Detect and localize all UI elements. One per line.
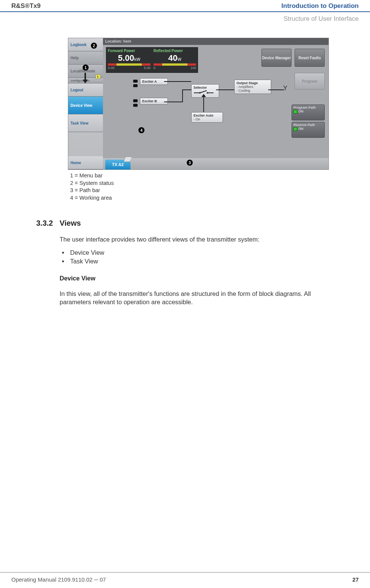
legend-1: 1 = Menu bar — [70, 172, 332, 180]
fwd-bar — [108, 63, 150, 66]
menu-device-view[interactable]: Device View — [68, 97, 103, 114]
section-title: Views — [60, 219, 81, 227]
reserve-path-title: Reserve Path — [293, 123, 323, 127]
working-area: Location: here Forward Power 5.00kW 0.00… — [103, 38, 329, 158]
fwd-max: 5.00 — [144, 66, 150, 70]
wire — [216, 89, 234, 90]
ref-bar — [154, 63, 196, 66]
exciter-a-node[interactable]: Exciter A — [140, 78, 168, 85]
status-led-icon — [293, 127, 297, 131]
page-footer: Operating Manual 2109.9110.02 ─ 07 27 — [0, 572, 370, 583]
auto-title: Exciter Auto — [193, 114, 213, 117]
menu-task-view[interactable]: Task View — [68, 114, 103, 132]
wire — [164, 81, 191, 82]
ref-max: 100 — [190, 66, 196, 70]
local-badge-icon: L — [95, 74, 101, 79]
wire — [182, 89, 183, 102]
bullet-task-view: Task View — [70, 258, 342, 265]
power-meters: Forward Power 5.00kW 0.005.00 Reflected … — [106, 47, 198, 73]
ref-unit: W — [178, 57, 181, 62]
reserve-path-state: ON — [298, 127, 304, 131]
device-manager-button[interactable]: Device Manager — [261, 49, 292, 67]
selector-label: Selector — [193, 86, 207, 89]
menu-help[interactable]: Help — [68, 51, 103, 65]
reflected-power-meter[interactable]: Reflected Power 40W 0100 — [153, 48, 197, 72]
reset-faults-button[interactable]: Reset Faults — [295, 49, 325, 67]
exciter-b-node[interactable]: Exciter B — [140, 98, 168, 105]
header-subsection: Structure of User Interface — [0, 12, 370, 23]
program-path-state: ON — [298, 109, 304, 113]
section-number: 3.3.2 — [36, 219, 60, 228]
menu-logout[interactable]: Logout — [68, 83, 103, 97]
program-path-panel[interactable]: Program Path ON — [292, 105, 325, 120]
ref-value: 40 — [168, 53, 177, 63]
legend-4: 4 = Working area — [70, 194, 332, 202]
footer-page-number: 27 — [352, 576, 359, 583]
exciter-auto-node[interactable]: Exciter Auto - On — [191, 112, 223, 123]
arrow-down-icon — [83, 73, 87, 83]
wire — [182, 89, 191, 90]
status-led-icon — [293, 110, 297, 114]
ref-min: 0 — [154, 66, 155, 70]
bullet-device-view: Device View — [70, 249, 342, 256]
callout-1: 1 — [83, 65, 89, 71]
fwd-min: 0.00 — [108, 66, 115, 70]
location-bar: Location: here — [103, 38, 329, 45]
section-heading: 3.3.2Views — [36, 219, 342, 228]
callout-4: 4 — [138, 127, 144, 133]
callout-3: 3 — [187, 160, 193, 166]
device-view-paragraph: In this view, all of the transmitter's f… — [60, 289, 342, 306]
figure-legend: 1 = Menu bar 2 = System status 3 = Path … — [70, 172, 332, 202]
out-line1: - Amplifiers — [236, 85, 269, 89]
ref-title: Reflected Power — [153, 48, 197, 53]
menu-logbook[interactable]: Logbook — [68, 38, 103, 51]
auto-line1: - On — [193, 117, 221, 121]
screenshot-ui: Logbook Help Local/Remote configuration … — [68, 38, 329, 170]
led-icon — [133, 84, 138, 87]
svg-line-1 — [200, 91, 207, 93]
wire — [203, 96, 204, 112]
intro-paragraph: The user interface provides two differen… — [60, 235, 342, 243]
arrow-up-icon — [201, 94, 206, 97]
fwd-value: 5.00 — [118, 53, 134, 63]
out-line2: - Cooling — [236, 89, 269, 92]
antenna-icon: Y — [283, 85, 287, 92]
legend-3: 3 = Path bar — [70, 187, 332, 194]
output-stage-node[interactable]: Output Stage - Amplifiers - Cooling — [234, 80, 271, 94]
menu-home[interactable]: Home — [68, 156, 103, 169]
wire — [164, 102, 183, 102]
forward-power-meter[interactable]: Forward Power 5.00kW 0.005.00 — [107, 48, 151, 72]
fwd-title: Forward Power — [107, 48, 151, 53]
led-icon — [133, 99, 138, 102]
block-diagram: Exciter A Exciter B Selector Output Stag… — [107, 74, 291, 155]
reserve-path-panel[interactable]: Reserve Path ON — [292, 122, 325, 138]
svg-point-4 — [207, 92, 208, 94]
svg-point-3 — [199, 92, 201, 94]
footer-manual-id: Operating Manual 2109.9110.02 ─ 07 — [11, 576, 106, 583]
menu-bar: Logbook Help Local/Remote configuration … — [68, 38, 103, 169]
subheading-device-view: Device View — [60, 275, 342, 282]
tab-corner-icon — [123, 157, 132, 162]
legend-2: 2 = System status — [70, 180, 332, 187]
header-product: R&S®Tx9 — [11, 2, 41, 10]
fwd-unit: kW — [134, 57, 141, 62]
wire — [268, 89, 284, 90]
path-tab-label: TX A2 — [112, 162, 124, 167]
header-chapter: Introduction to Operation — [281, 2, 359, 10]
led-icon — [133, 104, 138, 107]
path-bar: TX A2 — [103, 158, 329, 169]
led-icon — [133, 80, 138, 83]
callout-2: 2 — [91, 43, 97, 49]
program-button[interactable]: Program — [295, 73, 325, 89]
path-tab[interactable]: TX A2 — [105, 160, 130, 169]
program-path-title: Program Path — [293, 106, 323, 109]
out-title: Output Stage — [236, 81, 258, 85]
